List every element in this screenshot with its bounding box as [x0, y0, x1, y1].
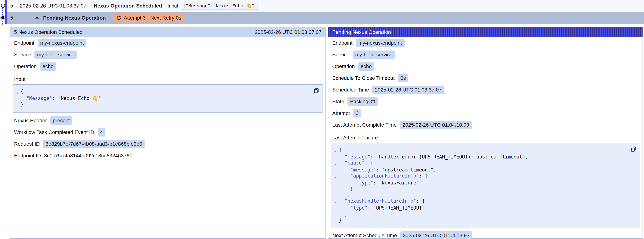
field-row: Request ID 3e829b7e-7d67-4b08-aad3-b1e86… [13, 140, 323, 148]
json-line: } [14, 102, 319, 108]
collapse-chevron-icon[interactable] [332, 205, 339, 211]
field-label: Schedule To Close Timeout [332, 75, 394, 81]
field-value-badge: my-hello-service [34, 50, 77, 59]
collapse-chevron-icon[interactable]: ∨ [332, 160, 339, 167]
json-key: "message" [344, 154, 370, 160]
event-input-chip: {"Message":"Nexus Echo 👋"} [181, 2, 260, 10]
json-key: "message" [350, 167, 376, 173]
field-label: Service [14, 52, 31, 58]
field-row: Endpoint my-nexus-endpoint [331, 38, 640, 48]
collapse-chevron-icon[interactable] [332, 167, 339, 173]
field-value-badge: 2025-02-26 UTC 01:04:10.09 [400, 121, 472, 129]
event-title: Nexus Operation Scheduled [94, 3, 162, 9]
input-json-viewer: ∨ { "Message" : "Nexus Echo 👋" [13, 84, 323, 112]
json-value: : "NexusFailure" [373, 180, 419, 186]
event-id-link[interactable]: 5 [10, 3, 13, 9]
field-row: Scheduled Time 2025-02-26 UTC 01:03:37.0… [331, 86, 640, 94]
json-value: : "UPSTREAM_TIMEOUT" [368, 205, 425, 211]
failure-section-label: Last Attempt Failure [332, 135, 378, 141]
field-label: Scheduled Time [332, 87, 369, 93]
collapse-chevron-icon[interactable]: ∨ [14, 88, 21, 95]
pending-panel-title: Pending Nexus Operation [332, 29, 391, 35]
json-value: : "upstream timeout", [376, 167, 436, 173]
collapse-chevron-icon[interactable]: ∨ [332, 173, 339, 180]
field-label: Request ID [14, 141, 40, 147]
field-value-badge: present [50, 116, 72, 125]
pending-title: Pending Nexus Operation [43, 15, 106, 21]
json-value: : "Nexus Echo 👋" [52, 95, 101, 102]
collapse-chevron-icon[interactable] [14, 102, 21, 108]
json-line: "Message" : "Nexus Echo 👋" [14, 95, 319, 102]
field-value-badge: echo [40, 62, 56, 71]
field-value-badge: my-nexus-endpoint [356, 39, 404, 47]
collapse-chevron-icon[interactable] [332, 211, 339, 217]
endpoint-id-label: Endpoint ID [14, 153, 41, 159]
field-label: Endpoint [14, 40, 34, 46]
json-line: } [332, 186, 636, 192]
json-line: }, [332, 192, 636, 198]
field-row: Attempt 3 [331, 109, 640, 118]
json-line: } [332, 217, 636, 223]
json-key: "applicationFailureInfo" [350, 173, 419, 180]
endpoint-id-link[interactable]: 3c0c75ccfa8144b092c13ce632463761 [44, 153, 132, 159]
collapse-chevron-icon[interactable] [332, 192, 339, 198]
field-label: Service [332, 52, 349, 58]
next-attempt-value-badge: 2025-02-26 UTC 01:04:13.93 [400, 231, 472, 239]
json-key: "Message" [26, 95, 52, 102]
collapse-chevron-icon[interactable] [332, 186, 339, 192]
field-value-badge: BackingOff [348, 97, 378, 106]
collapse-chevron-icon[interactable] [332, 154, 339, 160]
next-attempt-label: Next Attempt Schedule Time [332, 232, 397, 238]
event-id-link[interactable]: 5 [10, 15, 13, 21]
event-row-pending[interactable]: 5 Pending Nexus Operation Attempt 3 · Ne… [7, 12, 644, 24]
json-line: "type" : "NexusFailure" [332, 180, 636, 186]
json-line: ∨ "cause" : { [332, 160, 636, 167]
json-key: "nexusHandlerFailureInfo" [344, 198, 416, 205]
failure-json-viewer: ∨ { "message" : "handler error (UPSTREAM… [331, 143, 640, 228]
copy-icon[interactable] [313, 87, 320, 94]
collapse-chevron-icon[interactable] [332, 217, 339, 223]
field-value-badge: 0s [398, 74, 408, 82]
field-label: Attempt [332, 110, 350, 116]
field-row: Workflow Task Completed Event ID 4 [13, 128, 323, 137]
next-attempt-row: Next Attempt Schedule Time 2025-02-26 UT… [331, 231, 640, 239]
json-line: ∨ "nexusHandlerFailureInfo" : { [332, 198, 636, 205]
event-row-scheduled[interactable]: 5 2025-02-26 UTC 01:03:37.07 Nexus Opera… [7, 0, 644, 12]
retry-badge-label: Attempt 3 · Next Retry 0s [124, 15, 181, 21]
field-value-badge: echo [358, 62, 374, 71]
field-row: State BackingOff [331, 97, 640, 106]
collapse-chevron-icon[interactable]: ∨ [332, 198, 339, 205]
failure-section-label-row: Last Attempt Failure [331, 134, 640, 142]
json-key: "type" [350, 205, 368, 211]
timeline-node-current-icon [1, 16, 4, 19]
field-row: Service my-hello-service [331, 50, 640, 59]
json-line: ∨ "applicationFailureInfo" : { [332, 173, 636, 180]
field-label: Last Attempt Complete Time [332, 122, 397, 128]
field-label: Workflow Task Completed Event ID [14, 130, 94, 135]
json-line: } [332, 211, 636, 217]
field-label: Operation [332, 64, 355, 69]
input-section-label-row: Input [13, 76, 323, 83]
field-row: Last Attempt Complete Time 2025-02-26 UT… [331, 120, 640, 130]
input-section-label: Input [14, 76, 26, 82]
retry-icon [116, 15, 122, 21]
pending-panel-header: Pending Nexus Operation [328, 27, 642, 37]
json-line: "type" : "UPSTREAM_TIMEOUT" [332, 205, 636, 211]
json-line: "message" : "handler error (UPSTREAM_TIM… [332, 154, 636, 160]
json-key: "cause" [344, 160, 365, 167]
json-line: "message" : "upstream timeout", [332, 167, 636, 173]
timeline-node-open-icon [1, 4, 5, 8]
json-value: : { [419, 173, 428, 180]
pending-operation-panel: Pending Nexus Operation Endpoint my-nexu… [328, 27, 643, 239]
event-timestamp: 2025-02-26 UTC 01:03:37.07 [20, 3, 86, 9]
collapse-chevron-icon[interactable]: ∨ [332, 147, 339, 154]
json-value: : "handler error (UPSTREAM_TIMEOUT): ups… [370, 154, 528, 160]
collapse-chevron-icon[interactable] [332, 180, 339, 186]
field-row: Service my-hello-service [13, 50, 323, 59]
collapse-chevron-icon[interactable] [14, 95, 21, 102]
json-line: ∨ { [332, 147, 636, 154]
json-value: : { [365, 160, 373, 167]
copy-icon[interactable] [630, 146, 637, 152]
event-input-label: Input [168, 3, 178, 9]
scheduled-panel-time: 2025-02-26 UTC 01:03:37.07 [255, 29, 322, 35]
